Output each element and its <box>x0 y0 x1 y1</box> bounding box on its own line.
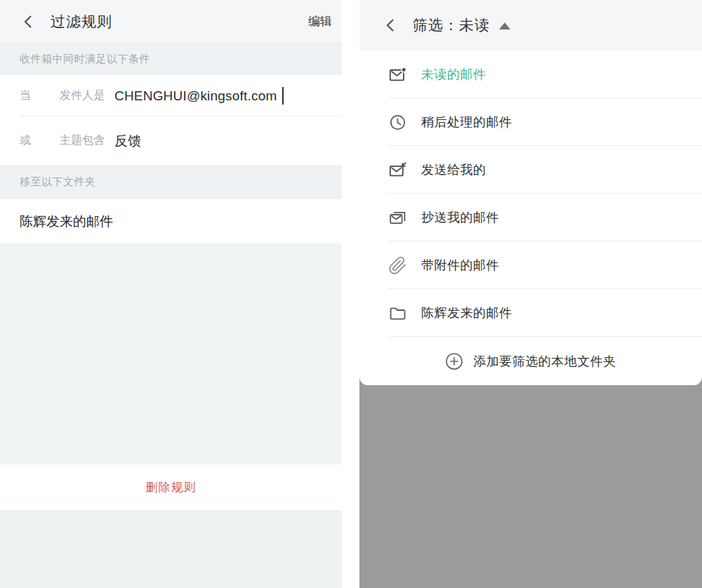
condition-field: 主题包含 <box>60 133 105 148</box>
delete-rule-button[interactable]: 删除规则 <box>0 465 342 510</box>
chevron-left-icon <box>20 13 37 30</box>
mail-unread-icon <box>388 65 407 84</box>
move-section-header: 移至以下文件夹 <box>0 165 342 199</box>
filter-dropdown-panel: 筛选：未读 未读的邮件 <box>359 0 702 588</box>
page-title: 过滤规则 <box>51 12 112 32</box>
target-folder-row[interactable]: 陈辉发来的邮件 <box>0 199 342 243</box>
chevron-left-icon <box>383 17 399 34</box>
conditions-section-header: 收件箱中同时满足以下条件 <box>0 44 342 75</box>
condition-row-sender[interactable]: 当 发件人是 CHENGHUI@kingsoft.com <box>0 75 342 116</box>
filter-item-sent-to-me[interactable]: 发送给我的 <box>359 146 702 194</box>
filter-item-folder-chenhui[interactable]: 陈辉发来的邮件 <box>359 289 702 337</box>
condition-field: 发件人是 <box>60 88 105 103</box>
add-local-folder-button[interactable]: 添加要筛选的本地文件夹 <box>359 337 702 385</box>
folder-icon <box>388 304 407 323</box>
filter-dropdown-header: 筛选：未读 <box>359 0 702 51</box>
subject-value[interactable]: 反馈 <box>114 132 141 150</box>
mail-sent-to-me-icon <box>388 161 407 180</box>
filter-item-label: 带附件的邮件 <box>421 257 499 274</box>
filter-rule-panel: 过滤规则 编辑 收件箱中同时满足以下条件 当 发件人是 CHENGHUI@kin… <box>0 0 342 588</box>
left-panel-bottom-spacer <box>0 510 342 588</box>
plus-circle-icon <box>445 352 463 370</box>
filter-item-later[interactable]: 稍后处理的邮件 <box>359 98 702 146</box>
filter-item-label: 稍后处理的邮件 <box>421 114 512 131</box>
edit-button[interactable]: 编辑 <box>307 11 333 32</box>
filter-options-sheet: 未读的邮件 稍后处理的邮件 <box>359 51 702 385</box>
dimmed-background-overlay[interactable] <box>359 375 702 588</box>
condition-prefix: 或 <box>20 133 60 148</box>
condition-prefix: 当 <box>20 88 60 103</box>
screen: 过滤规则 编辑 收件箱中同时满足以下条件 当 发件人是 CHENGHUI@kin… <box>0 0 702 588</box>
filter-title: 筛选：未读 <box>413 15 490 35</box>
back-button[interactable] <box>380 15 402 36</box>
clock-icon <box>388 113 407 132</box>
filter-item-label: 抄送我的邮件 <box>421 209 499 226</box>
mail-cc-icon <box>388 208 407 227</box>
filter-item-label: 未读的邮件 <box>421 66 486 83</box>
delete-rule-label: 删除规则 <box>146 479 197 495</box>
filter-item-cc-me[interactable]: 抄送我的邮件 <box>359 194 702 241</box>
back-button[interactable] <box>18 11 39 32</box>
divider <box>388 336 702 337</box>
filter-item-unread[interactable]: 未读的邮件 <box>359 51 702 98</box>
paperclip-icon <box>388 256 407 275</box>
add-local-folder-label: 添加要筛选的本地文件夹 <box>473 353 616 370</box>
filter-item-attachments[interactable]: 带附件的邮件 <box>359 241 702 289</box>
left-panel-spacer <box>0 243 342 465</box>
condition-row-subject[interactable]: 或 主题包含 反馈 <box>0 116 342 165</box>
sender-value[interactable]: CHENGHUI@kingsoft.com <box>114 88 277 104</box>
filter-item-label: 陈辉发来的邮件 <box>421 305 512 321</box>
triangle-up-icon <box>499 22 510 29</box>
filter-item-label: 发送给我的 <box>421 161 486 178</box>
text-cursor <box>282 87 284 105</box>
filter-rule-header: 过滤规则 编辑 <box>0 0 342 44</box>
filter-title-dropdown-toggle[interactable]: 筛选：未读 <box>413 15 510 35</box>
